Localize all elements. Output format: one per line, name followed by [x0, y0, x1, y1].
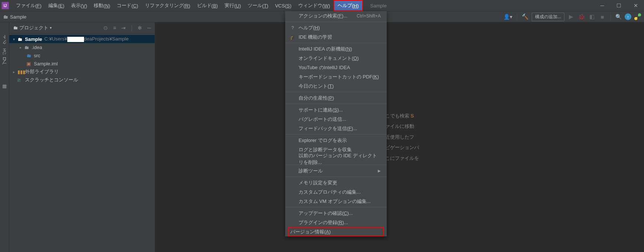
- menu-edit[interactable]: 編集(E): [45, 0, 68, 11]
- dd-delete-old-ide[interactable]: 以前のバージョンの IDE ディレクトリを削除...: [285, 154, 387, 164]
- dd-youtube[interactable]: YouTube のIntelliJ IDEA: [285, 63, 387, 72]
- help-dropdown-menu: アクションの検索(F)...Ctrl+Shift+A ?ヘルプ(H) 🎓IDE …: [285, 11, 387, 236]
- run-icon[interactable]: ▶: [567, 13, 575, 20]
- dd-bug-report[interactable]: バグレポートの送信...: [285, 114, 387, 124]
- close-button[interactable]: ✕: [627, 0, 644, 11]
- tree-idea-label: .idea: [32, 45, 42, 50]
- tree-idea[interactable]: ▸ 🖿 .idea: [9, 43, 155, 51]
- editor-area: どこでも検索 S ファイルに移動 最近使用したフ ナビゲーションバ ここにファイ…: [155, 22, 644, 252]
- menu-view[interactable]: 表示(V): [68, 0, 90, 11]
- breadcrumb[interactable]: 🖿 Sample: [3, 14, 26, 20]
- separator: [611, 13, 611, 20]
- chevron-down-icon: ▾: [13, 37, 17, 41]
- menu-file[interactable]: ファイル(F): [13, 0, 45, 11]
- folder-icon: 🖿: [3, 14, 8, 20]
- folder-icon: 🖿: [24, 45, 30, 50]
- menu-refactor[interactable]: リファクタリング(R): [142, 0, 194, 11]
- debug-icon[interactable]: 🐞: [578, 13, 585, 20]
- project-tree: ▾ 🖿 Sample C:¥Users¥deaProjects¥Sample ▸…: [9, 33, 155, 85]
- menu-code[interactable]: コード(C): [113, 0, 141, 11]
- dd-find-action[interactable]: アクションの検索(F)...Ctrl+Shift+A: [285, 11, 387, 20]
- hide-panel-icon[interactable]: ─: [147, 25, 151, 31]
- gutter-project-tab[interactable]: プロジェクト: [1, 37, 8, 68]
- file-icon: ▣: [26, 61, 32, 67]
- dd-contact-support[interactable]: サポートに連絡(S)...: [285, 105, 387, 114]
- menu-navigate[interactable]: 移動(N): [90, 0, 113, 11]
- tree-extlib[interactable]: ▸ ▮▮▮ 外部ライブラリ: [9, 68, 155, 76]
- tree-root-label: Sample: [25, 36, 42, 42]
- chevron-down-icon: ▾: [50, 26, 52, 30]
- tree-root[interactable]: ▾ 🖿 Sample C:¥Users¥deaProjects¥Sample: [9, 35, 155, 43]
- dd-diagnostic-tools[interactable]: 診断ツール▶: [285, 166, 387, 175]
- tree-root-path: C:¥Users¥deaProjects¥Sample: [44, 36, 128, 42]
- dd-custom-properties[interactable]: カスタムプロパティの編集...: [285, 187, 387, 197]
- dd-about[interactable]: バージョン情報(A): [288, 227, 384, 236]
- search-icon[interactable]: 🔍: [615, 14, 622, 20]
- dd-productivity[interactable]: 自分の生産性(P): [285, 93, 387, 103]
- stop-icon[interactable]: ■: [599, 14, 606, 20]
- question-icon: ?: [290, 25, 296, 30]
- minimize-button[interactable]: ─: [594, 0, 611, 11]
- scratch-icon: ⎚: [17, 77, 23, 83]
- dd-register-plugin[interactable]: プラグインの登録(R)...: [285, 218, 387, 227]
- maximize-button[interactable]: ☐: [611, 0, 627, 11]
- tree-scratch-label: スクラッチとコンソール: [25, 77, 78, 83]
- dd-custom-vm[interactable]: カスタム VM オプションの編集...: [285, 197, 387, 206]
- folder-icon: 🖿: [17, 36, 23, 42]
- menu-run[interactable]: 実行(U): [221, 0, 244, 11]
- left-gutter: プロジェクト ▦: [0, 22, 9, 252]
- dd-show-log[interactable]: Explorer でログを表示: [285, 136, 387, 145]
- panel-title[interactable]: 🖿 プロジェクト ▾: [13, 25, 52, 31]
- menu-window[interactable]: ウィンドウ(W): [295, 0, 334, 11]
- dd-whatsnew[interactable]: IntelliJ IDEA の新機能(N): [285, 44, 387, 54]
- panel-header: 🖿 プロジェクト ▾ ⊙ ≡ ⇥ | ✻ ─: [9, 22, 155, 33]
- settings-icon[interactable]: ✻: [138, 25, 142, 31]
- project-name: Sample: [370, 3, 387, 9]
- dd-feedback[interactable]: フィードバックを送信(F)...: [285, 124, 387, 133]
- dd-help[interactable]: ?ヘルプ(H): [285, 23, 387, 32]
- chevron-right-icon: ▸: [20, 45, 24, 49]
- dd-learn-ide[interactable]: 🎓IDE 機能の学習: [285, 32, 387, 42]
- graduation-icon: 🎓: [290, 35, 296, 40]
- chevron-right-icon: ▸: [13, 70, 17, 74]
- menu-help[interactable]: ヘルプ(H): [334, 0, 363, 11]
- app-icon: IJ: [1, 2, 9, 9]
- project-panel: 🖿 プロジェクト ▾ ⊙ ≡ ⇥ | ✻ ─ ▾ 🖿 Sample C:¥Use…: [9, 22, 155, 252]
- code-with-me-icon[interactable]: [634, 13, 641, 20]
- dd-check-updates[interactable]: アップデートの確認(C)...: [285, 209, 387, 218]
- breadcrumb-label: Sample: [10, 14, 26, 20]
- window-controls: ─ ☐ ✕: [594, 0, 644, 11]
- toolbar-right: 👤▾ 🔨 構成の追加... ▶ 🐞 ◧ ■ 🔍 ↑: [503, 13, 641, 21]
- dd-tip-of-day[interactable]: 今日のヒント(T): [285, 81, 387, 91]
- folder-icon: 🖿: [26, 53, 32, 58]
- library-icon: ▮▮▮: [17, 69, 23, 75]
- folder-icon: 🖿: [13, 25, 18, 30]
- panel-title-label: プロジェクト: [19, 25, 48, 31]
- tree-iml[interactable]: ▣ Sample.iml: [9, 59, 155, 68]
- separator: [517, 13, 517, 20]
- tree-iml-label: Sample.iml: [34, 61, 58, 67]
- dd-shortcuts-pdf[interactable]: キーボードショートカットの PDF(K): [285, 72, 387, 81]
- menu-tools[interactable]: ツール(T): [244, 0, 272, 11]
- run-config-dropdown[interactable]: 構成の追加...: [532, 13, 564, 21]
- menu-vcs[interactable]: VCS(S): [272, 0, 295, 11]
- tree-extlib-label: 外部ライブラリ: [25, 68, 59, 75]
- update-icon[interactable]: ↑: [625, 13, 631, 20]
- tree-scratch[interactable]: ⎚ スクラッチとコンソール: [9, 76, 155, 84]
- collapse-all-icon[interactable]: ⇥: [121, 25, 126, 31]
- user-icon[interactable]: 👤▾: [503, 14, 512, 20]
- select-opened-file-icon[interactable]: ⊙: [103, 25, 108, 31]
- dd-memory-settings[interactable]: メモリ設定を変更: [285, 178, 387, 187]
- dd-online-docs[interactable]: オンラインドキュメント(O): [285, 54, 387, 63]
- menu-build[interactable]: ビルド(B): [194, 0, 221, 11]
- tree-src-label: src: [34, 53, 40, 58]
- menu-bar: IJ ファイル(F) 編集(E) 表示(V) 移動(N) コード(C) リファク…: [0, 0, 644, 11]
- coverage-icon[interactable]: ◧: [588, 13, 596, 20]
- build-icon[interactable]: 🔨: [522, 13, 529, 20]
- tree-src[interactable]: 🖿 src: [9, 51, 155, 59]
- structure-icon[interactable]: ▦: [2, 83, 7, 89]
- chevron-right-icon: ▶: [378, 169, 381, 173]
- menu-items: ファイル(F) 編集(E) 表示(V) 移動(N) コード(C) リファクタリン…: [13, 0, 363, 11]
- expand-all-icon[interactable]: ≡: [113, 25, 116, 31]
